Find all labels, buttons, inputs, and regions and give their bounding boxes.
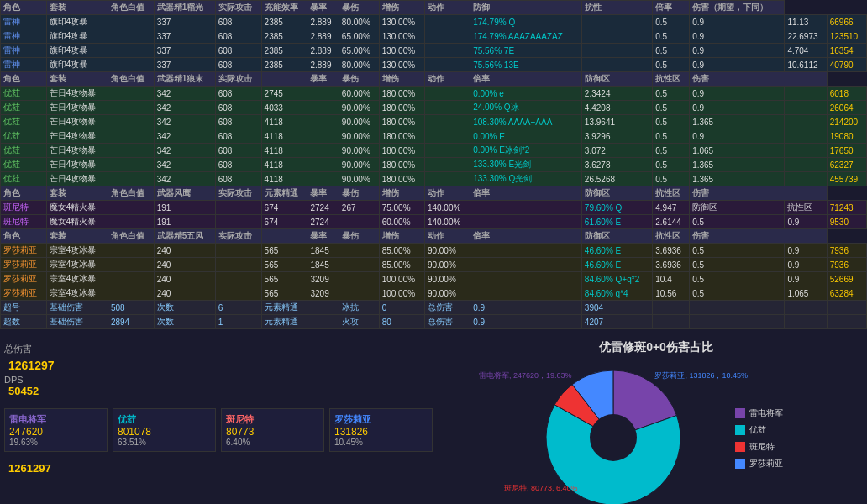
legend-label-ban: 斑尼特 xyxy=(749,441,775,453)
char-card-ban: 斑尼特 80773 6.40% xyxy=(221,408,324,452)
table-row: 雷神 旗印4攻暴 337 608 2385 2.889 80.00% 130.0… xyxy=(1,15,867,29)
table-row: 优荭 芒日4攻物暴 342 608 4118 90.00% 180.00% 0.… xyxy=(1,129,867,144)
char-name-lei: 雷电将军 xyxy=(9,413,102,426)
table-row: 斑尼特 魔女4精火暴 191 674 2724 267 75.00% 140.0… xyxy=(1,201,867,215)
legend-label-luo: 罗莎莉亚 xyxy=(749,458,783,470)
stats-section: 总伤害 1261297 DPS 50452 雷电将军 247620 19.63%… xyxy=(4,340,433,504)
char-label-lei: 角色 xyxy=(1,1,47,15)
legend-color-ban xyxy=(735,442,745,452)
legend-item-lei: 雷电将军 xyxy=(735,407,783,419)
table-row: 雷神 旗印4攻暴 337 608 2385 2.889 80.00% 130.0… xyxy=(1,58,867,72)
youzi-header: 角色 套装 角色白值 武器精1狼末 实际攻击 暴率 暴伤 增伤 动作 倍率 防御… xyxy=(1,72,867,87)
subtotal-row-chaoshu: 超数 基础伤害 2894 次数 1 元素精通 火攻 80 总伤害 0.9 420… xyxy=(1,315,867,329)
char-pct-luo: 10.45% xyxy=(334,438,428,447)
table-row: 罗莎莉亚 宗室4攻冰暴 240 565 3209 100.00% 90.00% … xyxy=(1,272,867,286)
char-pct-ban: 6.40% xyxy=(226,438,319,447)
grand-total: 1261297 xyxy=(4,462,433,475)
char-breakdown-grid: 雷电将军 247620 19.63% 优荭 801078 63.51% 斑尼特 … xyxy=(4,408,433,452)
chart-label-lei: 雷电将军, 247620，19.63% xyxy=(479,370,572,381)
char-card-luo: 罗莎莉亚 131826 10.45% xyxy=(329,408,433,452)
table-row: 优荭 芒日4攻物暴 342 608 4118 90.00% 180.00% 13… xyxy=(1,172,867,186)
table-row: 优荭 芒日4攻物暴 342 608 2745 60.00% 180.00% 0.… xyxy=(1,87,867,101)
char-dmg-ban: 80773 xyxy=(226,426,319,438)
top-section: 角色 套装 角色白值 武器精1稻光 实际攻击 充能效率 暴率 暴伤 增伤 动作 … xyxy=(0,0,867,329)
chart-legend: 雷电将军 优荭 斑尼特 罗莎莉亚 xyxy=(735,407,783,470)
chart-label-ban: 斑尼特, 80773, 6.40% xyxy=(504,483,578,494)
banni-header: 角色 套装 角色白值 武器风鹰 实际攻击 元素精通 暴率 暴伤 增伤 动作 倍率… xyxy=(1,186,867,201)
table-row: 优荭 芒日4攻物暴 342 608 4118 90.00% 180.00% 0.… xyxy=(1,144,867,158)
legend-item-luo: 罗莎莉亚 xyxy=(735,458,783,470)
table-row: 优荭 芒日4攻物暴 342 608 4033 90.00% 180.00% 24… xyxy=(1,101,867,115)
total-damage-label: 总伤害 xyxy=(4,343,32,355)
damage-table: 角色 套装 角色白值 武器精1稻光 实际攻击 充能效率 暴率 暴伤 增伤 动作 … xyxy=(0,0,867,329)
luosha-header: 角色 套装 角色白值 武器精5五风 实际攻击 暴率 暴伤 增伤 动作 倍率 防御… xyxy=(1,229,867,244)
char-name-you: 优荭 xyxy=(118,413,211,426)
total-damage-section: 总伤害 1261297 DPS 50452 xyxy=(4,340,433,400)
char-name-ban: 斑尼特 xyxy=(226,413,319,426)
table-row: 优荭 芒日4攻物暴 342 608 4118 90.00% 180.00% 13… xyxy=(1,158,867,172)
pie-chart: 罗莎莉亚, 131826，10.45% 雷电将军, 247620，19.63% … xyxy=(529,362,697,504)
dps-label: DPS xyxy=(4,375,24,385)
legend-color-lei xyxy=(735,408,745,418)
char-dmg-you: 801078 xyxy=(118,426,211,438)
char-dmg-lei: 247620 xyxy=(9,426,102,438)
chart-label-luo: 罗莎莉亚, 131826，10.45% xyxy=(654,370,748,381)
chart-title: 优雷修斑0+0伤害占比 xyxy=(599,340,713,355)
legend-label-lei: 雷电将军 xyxy=(749,407,783,419)
legend-color-you xyxy=(735,425,745,435)
subtotal-row-chao: 超号 基础伤害 508 次数 6 元素精通 冰抗 0 总伤害 0.9 3904 xyxy=(1,301,867,315)
table-row: 斑尼特 魔女4精火暴 191 674 2724 60.00% 140.00% 6… xyxy=(1,215,867,229)
table-row: 罗莎莉亚 宗室4攻冰暴 240 565 1845 85.00% 90.00% 4… xyxy=(1,244,867,258)
legend-label-you: 优荭 xyxy=(749,424,766,436)
chart-section: 优雷修斑0+0伤害占比 罗莎莉亚, 131826，10.45% 雷电将军, 24… xyxy=(433,340,863,504)
table-row: 罗莎莉亚 宗室4攻冰暴 240 565 3209 100.00% 90.00% … xyxy=(1,286,867,301)
lei-dian-header: 角色 套装 角色白值 武器精1稻光 实际攻击 充能效率 暴率 暴伤 增伤 动作 … xyxy=(1,1,867,15)
char-card-you: 优荭 801078 63.51% xyxy=(113,408,216,452)
char-name-luo: 罗莎莉亚 xyxy=(334,413,428,426)
table-row: 雷神 旗印4攻暴 337 608 2385 2.889 65.00% 130.0… xyxy=(1,29,867,44)
dps-value: 50452 xyxy=(4,385,433,397)
table-row: 雷神 旗印4攻暴 337 608 2385 2.889 65.00% 130.0… xyxy=(1,44,867,58)
char-pct-lei: 19.63% xyxy=(9,438,102,447)
legend-item-ban: 斑尼特 xyxy=(735,441,783,453)
table-row: 罗莎莉亚 宗室4攻冰暴 240 565 1845 85.00% 90.00% 4… xyxy=(1,258,867,272)
legend-color-luo xyxy=(735,459,745,469)
char-card-lei: 雷电将军 247620 19.63% xyxy=(4,408,108,452)
total-damage-value: 1261297 xyxy=(4,359,433,372)
main-container: 角色 套装 角色白值 武器精1稻光 实际攻击 充能效率 暴率 暴伤 增伤 动作 … xyxy=(0,0,867,504)
svg-point-0 xyxy=(590,414,637,461)
legend-item-you: 优荭 xyxy=(735,424,783,436)
char-dmg-luo: 131826 xyxy=(334,426,428,438)
table-row: 优荭 芒日4攻物暴 342 608 4118 90.00% 180.00% 10… xyxy=(1,115,867,129)
char-pct-you: 63.51% xyxy=(118,438,211,447)
